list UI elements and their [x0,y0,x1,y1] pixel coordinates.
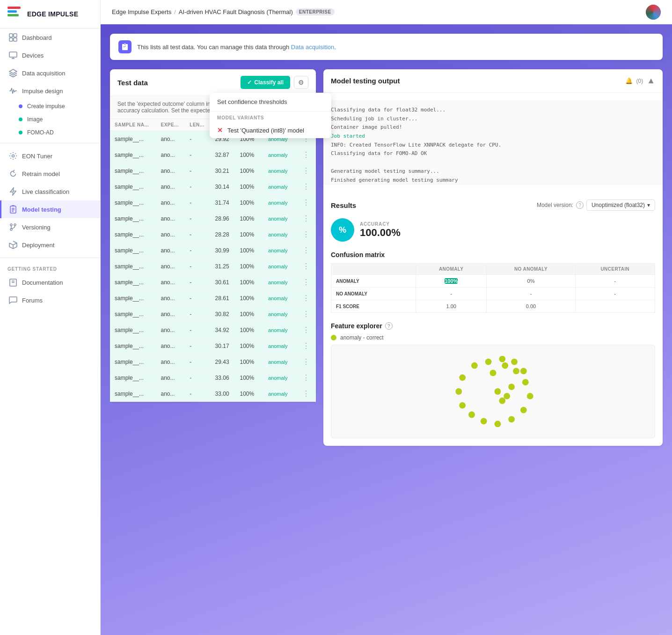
sidebar-item-versioning[interactable]: Versioning [0,218,100,236]
nav-divider-2 [0,258,100,258]
model-version-select[interactable]: Unoptimized (float32) ▾ [586,199,655,211]
avatar[interactable] [646,5,661,20]
sidebar-sub-image[interactable]: Image [0,113,100,126]
cell-menu[interactable]: ⋮ [298,338,316,354]
cell-length: - [185,163,210,179]
help-icon-feature[interactable]: ? [385,322,393,330]
cell-menu[interactable]: ⋮ [298,370,316,386]
table-row[interactable]: sample__... ano... - 30.17 100% anomaly … [110,338,316,354]
cell-val: 28.61 [211,290,235,306]
scatter-dot [481,418,487,424]
scatter-dot [508,384,515,390]
cell-pct: 100% [235,227,260,243]
table-row[interactable]: sample__... ano... - 30.61 100% anomaly … [110,274,316,290]
table-row[interactable]: sample__... ano... - 28.28 100% anomaly … [110,227,316,243]
output-title: Model testing output [331,77,400,85]
scatter-dot [490,369,497,376]
cell-pct: 100% [235,195,260,211]
cell-pct: 100% [235,147,260,163]
sidebar-item-data-acquisition[interactable]: Data acquisition [0,64,100,82]
cell-menu[interactable]: ⋮ [298,258,316,274]
cell-menu[interactable]: ⋮ [298,322,316,338]
sub-dot-image [19,118,22,121]
col-expected: EXPE... [156,119,185,131]
cell-menu[interactable]: ⋮ [298,147,316,163]
cell-pct: 100% [235,243,260,258]
cell-pct: 100% [235,179,260,195]
cell-expected: ano... [156,386,185,402]
table-row[interactable]: sample__... ano... - 28.61 100% anomaly … [110,290,316,306]
cell-pct: 100% [235,322,260,338]
sidebar-sub-fomo-ad[interactable]: FOMO-AD [0,126,100,139]
test-data-title: Test data [117,79,148,87]
table-scroll-container[interactable]: SAMPLE NA... EXPE... LEN... [110,119,316,402]
main-content: Edge Impulse Experts / AI-driven HVAC Fa… [101,0,672,635]
cell-menu[interactable]: ⋮ [298,163,316,179]
test-data-panel: Test data ✓ Classify all ⚙ Set confidenc… [110,69,316,402]
accuracy-row: % ACCURACY 100.00% [331,218,655,242]
table-row[interactable]: sample__... ano... - 30.21 100% anomaly … [110,163,316,179]
table-row[interactable]: sample__... ano... - 32.87 100% anomaly … [110,147,316,163]
layers-icon [9,69,17,77]
cell-expected: ano... [156,147,185,163]
table-row[interactable]: sample__... ano... - 33.00 100% anomaly … [110,386,316,402]
sidebar-item-forums[interactable]: Forums [0,291,100,309]
sidebar-item-model-testing[interactable]: Model testing [0,200,100,218]
sidebar-item-devices[interactable]: Devices [0,46,100,64]
table-row[interactable]: sample__... ano... - 30.14 100% anomaly … [110,179,316,195]
help-icon-model[interactable]: ? [576,201,584,209]
cell-menu[interactable]: ⋮ [298,243,316,258]
collapse-button[interactable]: ▲ [647,76,655,86]
sub-dot-create-impulse [19,104,22,108]
breadcrumb-link[interactable]: Edge Impulse Experts [112,8,171,15]
table-row[interactable]: sample__... ano... - 33.06 100% anomaly … [110,370,316,386]
scatter-dot [459,374,466,381]
cell-menu[interactable]: ⋮ [298,179,316,195]
cell-val: 29.43 [211,354,235,370]
cell-menu[interactable]: ⋮ [298,195,316,211]
cell-menu[interactable]: ⋮ [298,354,316,370]
breadcrumb-project: AI-driven HVAC Fault Diagnosis (Thermal) [179,8,293,15]
sidebar-item-dashboard[interactable]: Dashboard [0,29,100,46]
table-row[interactable]: sample__... ano... - 30.82 100% anomaly … [110,306,316,322]
classify-all-button[interactable]: ✓ Classify all [241,76,290,89]
table-row[interactable]: sample__... ano... - 31.74 100% anomaly … [110,195,316,211]
cell-pct: 100% [235,386,260,402]
gear-button[interactable]: ⚙ [294,76,308,89]
cell-menu[interactable]: ⋮ [298,211,316,227]
sidebar-item-eon-tuner[interactable]: EON Tuner [0,147,100,165]
table-row[interactable]: sample__... ano... - 29.43 100% anomaly … [110,354,316,370]
table-row[interactable]: sample__... ano... - 34.92 100% anomaly … [110,322,316,338]
cell-val: 31.25 [211,258,235,274]
cell-menu[interactable]: ⋮ [298,290,316,306]
cr-label-f1: F1 SCORE [331,300,416,313]
cell-result: anomaly [260,370,298,386]
cell-menu[interactable]: ⋮ [298,306,316,322]
table-row[interactable]: sample__... ano... - 31.25 100% anomaly … [110,258,316,274]
sidebar-label-documentation: Documentation [22,279,63,286]
cell-expected: ano... [156,195,185,211]
info-link[interactable]: Data acquisition [291,44,335,51]
cell-menu[interactable]: ⋮ [298,227,316,243]
sidebar-item-impulse-design[interactable]: Impulse design [0,82,100,100]
dropdown-item-quantized[interactable]: ✕ Test 'Quantized (int8)' model [210,122,331,138]
cell-menu[interactable]: ⋮ [298,386,316,402]
table-row[interactable]: sample__... ano... - 30.99 100% anomaly … [110,243,316,258]
sidebar-item-live-classification[interactable]: Live classification [0,183,100,200]
sidebar-sub-create-impulse[interactable]: Create impulse [0,100,100,113]
cr-no-anomaly-anomaly: - [416,288,487,300]
cell-val: 30.21 [211,163,235,179]
cr-f1-anomaly: 1.00 [416,300,487,313]
cell-result: anomaly [260,163,298,179]
cell-length: - [185,338,210,354]
notification-count: (0) [636,78,643,84]
table-row[interactable]: sample__... ano... - 28.96 100% anomaly … [110,211,316,227]
sidebar-item-retrain-model[interactable]: Retrain model [0,165,100,183]
cr-f1-no-anomaly: 0.00 [487,300,575,313]
sidebar-item-deployment[interactable]: Deployment [0,236,100,254]
svg-point-11 [10,224,12,226]
cell-menu[interactable]: ⋮ [298,274,316,290]
sidebar-item-documentation[interactable]: Documentation [0,273,100,291]
breadcrumb: Edge Impulse Experts / AI-driven HVAC Fa… [112,8,335,15]
legend-dot [331,335,336,340]
